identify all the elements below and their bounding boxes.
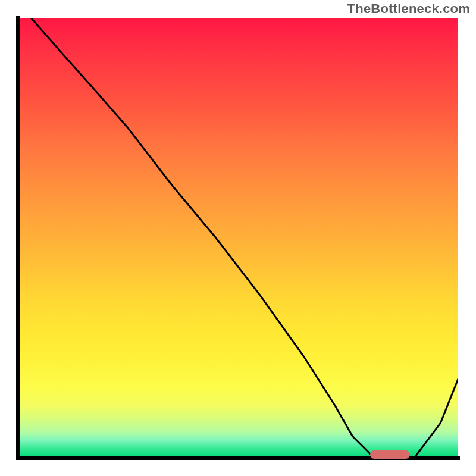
chart-container: TheBottleneck.com [0,0,476,476]
bottleneck-curve [18,18,458,458]
watermark-text: TheBottleneck.com [347,1,470,17]
optimal-range-marker [370,450,410,459]
curve-path [18,18,458,458]
